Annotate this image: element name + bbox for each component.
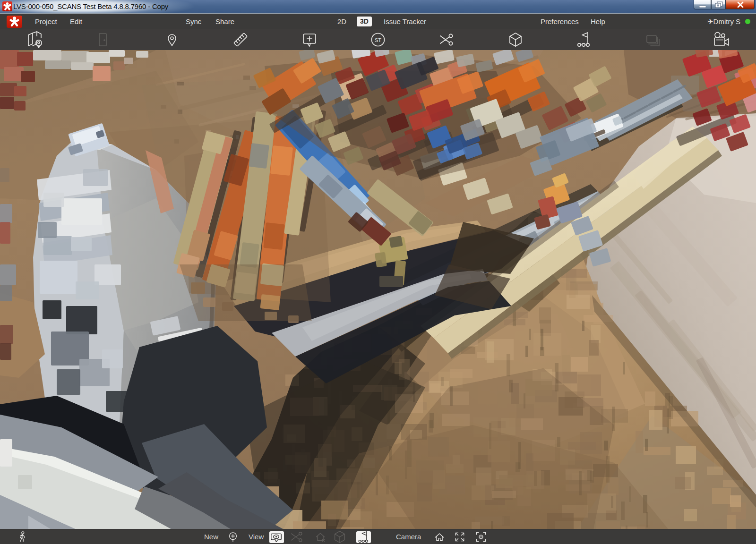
svg-text:ST: ST — [375, 37, 381, 43]
